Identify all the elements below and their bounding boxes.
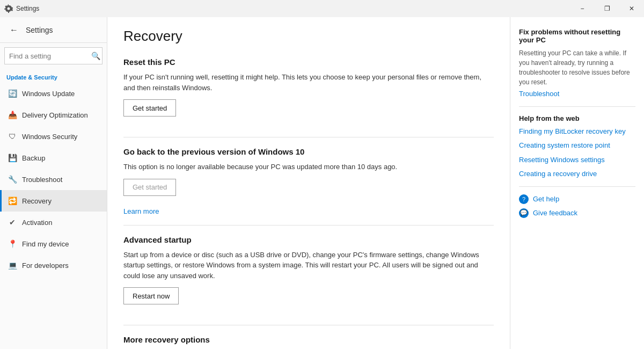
sidebar-item-label-for-developers: For developers (22, 261, 69, 270)
sidebar-item-backup[interactable]: 💾 Backup (0, 147, 107, 169)
give-feedback-icon: 💬 (519, 208, 529, 218)
recovery-icon: 🔁 (8, 197, 17, 205)
right-panel-divider-2 (519, 186, 635, 187)
fix-problems-desc: Resetting your PC can take a while. If y… (519, 48, 635, 87)
sidebar-item-activation[interactable]: ✔ Activation (0, 212, 107, 233)
right-panel-divider-1 (519, 106, 635, 107)
fix-problems-title: Fix problems without resetting your PC (519, 28, 635, 44)
titlebar: Settings − ❐ ✕ (0, 0, 644, 17)
section-more-recovery: More recovery optionsLearn how to start … (123, 335, 494, 349)
web-link-0[interactable]: Finding my BitLocker recovery key (519, 127, 635, 136)
troubleshoot-icon: 🔧 (8, 175, 17, 184)
get-help-icon: ? (519, 194, 529, 204)
delivery-optimization-icon: 📥 (8, 111, 17, 119)
minimize-button[interactable]: − (570, 0, 595, 17)
sidebar-item-label-troubleshoot: Troubleshoot (22, 176, 62, 184)
back-button[interactable]: ← (6, 23, 21, 38)
settings-app-icon (4, 4, 13, 13)
sidebar-item-label-delivery-optimization: Delivery Optimization (22, 111, 88, 119)
sidebar-item-label-activation: Activation (22, 219, 52, 227)
web-link-1[interactable]: Creating system restore point (519, 141, 635, 150)
section-divider-2 (123, 225, 494, 226)
windows-security-icon: 🛡 (8, 132, 17, 141)
section-title-reset-pc: Reset this PC (123, 57, 494, 67)
sections-container: Reset this PCIf your PC isn't running we… (123, 57, 494, 349)
help-item-get-help[interactable]: ? Get help (519, 194, 635, 204)
section-title-go-back: Go back to the previous version of Windo… (123, 147, 494, 156)
section-title-more-recovery: More recovery options (123, 335, 494, 344)
search-icon-button[interactable]: 🔍 (91, 52, 100, 60)
help-items-container: ? Get help 💬 Give feedback (519, 194, 635, 218)
section-divider-3 (123, 325, 494, 325)
activation-icon: ✔ (8, 218, 17, 227)
titlebar-title: Settings (16, 5, 39, 12)
section-title-advanced-startup: Advanced startup (123, 235, 494, 244)
sidebar-nav-top: ← Settings (0, 17, 107, 43)
windows-update-icon: 🔄 (8, 89, 17, 98)
btn-reset-pc[interactable]: Get started (123, 99, 176, 117)
right-panel: Fix problems without resetting your PC R… (510, 17, 644, 349)
give-feedback-label: Give feedback (533, 209, 577, 217)
section-advanced-startup: Advanced startupStart up from a device o… (123, 235, 494, 316)
btn-go-back: Get started (123, 179, 176, 196)
sidebar-item-delivery-optimization[interactable]: 📥 Delivery Optimization (0, 104, 107, 126)
titlebar-controls: − ❐ ✕ (570, 0, 644, 17)
page-title: Recovery (123, 28, 494, 45)
restore-button[interactable]: ❐ (595, 0, 619, 17)
section-go-back: Go back to the previous version of Windo… (123, 147, 494, 215)
troubleshoot-link[interactable]: Troubleshoot (519, 89, 635, 99)
sidebar-app-title: Settings (26, 26, 53, 34)
help-item-give-feedback[interactable]: 💬 Give feedback (519, 208, 635, 218)
content-area: Recovery Reset this PCIf your PC isn't r… (107, 17, 644, 349)
sidebar-item-label-find-my-device: Find my device (22, 240, 69, 248)
sidebar-item-windows-update[interactable]: 🔄 Windows Update (0, 83, 107, 104)
get-help-label: Get help (533, 195, 559, 203)
sidebar-item-find-my-device[interactable]: 📍 Find my device (0, 233, 107, 255)
section-divider-1 (123, 137, 494, 137)
close-button[interactable]: ✕ (619, 0, 644, 17)
search-input[interactable] (4, 47, 103, 64)
web-links-container: Finding my BitLocker recovery keyCreatin… (519, 127, 635, 179)
sidebar-item-label-recovery: Recovery (22, 197, 52, 205)
sidebar-item-label-windows-security: Windows Security (22, 133, 77, 141)
section-desc-advanced-startup: Start up from a device or disc (such as … (123, 250, 494, 281)
web-link-3[interactable]: Creating a recovery drive (519, 169, 635, 179)
btn-advanced-startup[interactable]: Restart now (123, 287, 179, 304)
main-content: Recovery Reset this PCIf your PC isn't r… (107, 17, 510, 349)
backup-icon: 💾 (8, 154, 17, 162)
for-developers-icon: 💻 (8, 261, 17, 270)
sidebar-item-troubleshoot[interactable]: 🔧 Troubleshoot (0, 169, 107, 190)
sidebar-item-recovery[interactable]: 🔁 Recovery (0, 190, 107, 212)
sidebar-item-windows-security[interactable]: 🛡 Windows Security (0, 126, 107, 147)
web-link-2[interactable]: Resetting Windows settings (519, 155, 635, 165)
sidebar-item-label-windows-update: Windows Update (22, 90, 75, 98)
titlebar-left: Settings (4, 4, 39, 13)
help-from-web-title: Help from the web (519, 114, 635, 122)
sidebar-section-label: Update & Security (0, 69, 107, 83)
sidebar-item-label-backup: Backup (22, 154, 45, 162)
learn-more-link-go-back[interactable]: Learn more (123, 207, 159, 215)
sidebar-item-for-developers[interactable]: 💻 For developers (0, 255, 107, 276)
sidebar: ← Settings 🔍 Update & Security 🔄 Windows… (0, 17, 107, 349)
main-window: ← Settings 🔍 Update & Security 🔄 Windows… (0, 17, 644, 349)
section-desc-reset-pc: If your PC isn't running well, resetting… (123, 72, 494, 93)
find-my-device-icon: 📍 (8, 239, 17, 248)
section-reset-pc: Reset this PCIf your PC isn't running we… (123, 57, 494, 127)
search-box: 🔍 (4, 47, 103, 64)
section-desc-go-back: This option is no longer available becau… (123, 162, 494, 172)
sidebar-items-container: 🔄 Windows Update 📥 Delivery Optimization… (0, 83, 107, 276)
